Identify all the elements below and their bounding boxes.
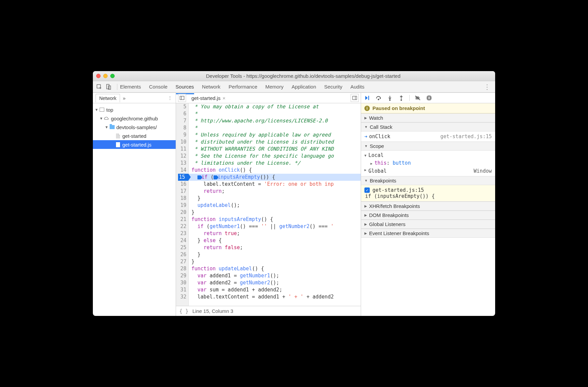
devtools-window: Developer Tools - https://googlechrome.g…	[93, 71, 495, 316]
panel-tab-application[interactable]: Application	[292, 82, 316, 92]
global-listeners-section[interactable]: ▶Global Listeners	[361, 220, 495, 229]
tree-folder[interactable]: ▼ devtools-samples/	[93, 123, 176, 131]
line-gutter[interactable]: 5678910111213141516171819202122232425262…	[176, 103, 189, 306]
event-listener-breakpoints-section[interactable]: ▶Event Listener Breakpoints	[361, 229, 495, 238]
editor-status-bar: { } Line 15, Column 3	[176, 306, 361, 316]
panel-tab-security[interactable]: Security	[324, 82, 342, 92]
titlebar: Developer Tools - https://googlechrome.g…	[93, 71, 495, 81]
debugger-toolbar	[361, 93, 495, 103]
panel-tab-elements[interactable]: Elements	[120, 82, 141, 92]
more-menu-icon[interactable]: ⋮	[482, 83, 492, 91]
svg-rect-7	[368, 96, 369, 100]
tree-file-js[interactable]: get-started.js	[93, 140, 176, 149]
close-window-button[interactable]	[96, 74, 101, 78]
svg-point-8	[378, 99, 379, 100]
tree-top-frame[interactable]: ▼ top	[93, 105, 176, 114]
watch-section[interactable]: ▶Watch	[361, 113, 495, 122]
panel-tab-console[interactable]: Console	[149, 82, 168, 92]
svg-rect-1	[107, 84, 109, 89]
window-title: Developer Tools - https://googlechrome.g…	[115, 73, 492, 79]
editor-tab[interactable]: get-started.js ×	[189, 94, 228, 102]
cloud-icon	[104, 116, 110, 121]
panel-tab-network[interactable]: Network	[202, 82, 221, 92]
scope-section[interactable]: ▼Scope	[361, 142, 495, 151]
info-icon: i	[364, 106, 370, 111]
scope-global[interactable]: ▶GlobalWindow	[361, 167, 495, 175]
paused-banner: i Paused on breakpoint	[361, 103, 495, 113]
dom-breakpoints-section[interactable]: ▶DOM Breakpoints	[361, 211, 495, 220]
js-file-icon	[115, 142, 121, 147]
traffic-lights	[96, 74, 115, 78]
deactivate-breakpoints-icon[interactable]	[414, 95, 421, 101]
file-tree: ▼ top ▼ googlechrome.github ▼ devtools-s…	[93, 103, 176, 151]
navigator-tab-more-icon[interactable]: »	[123, 95, 125, 101]
file-icon	[115, 133, 121, 139]
panel-tab-memory[interactable]: Memory	[266, 82, 284, 92]
code-content[interactable]: * You may obtain a copy of the License a…	[189, 103, 361, 306]
folder-icon	[109, 124, 115, 130]
scope-local[interactable]: ▼Local	[361, 151, 495, 159]
cursor-position: Line 15, Column 3	[192, 308, 233, 314]
pause-on-exceptions-icon[interactable]	[426, 95, 432, 101]
xhr-breakpoints-section[interactable]: ▶XHR/fetch Breakpoints	[361, 202, 495, 211]
breakpoints-section[interactable]: ▼Breakpoints	[361, 176, 495, 185]
navigator-more-icon[interactable]: ⋮	[166, 95, 174, 101]
callstack-frame[interactable]: ➔ onClick get-started.js:15	[361, 132, 495, 141]
callstack-section[interactable]: ▼Call Stack	[361, 122, 495, 131]
panel-tabs: ElementsConsoleSourcesNetworkPerformance…	[120, 82, 482, 92]
step-out-icon[interactable]	[398, 95, 405, 101]
toggle-navigator-icon[interactable]	[178, 94, 186, 102]
resume-icon[interactable]	[364, 95, 370, 101]
navigator-subtabs: Network » ⋮	[93, 93, 176, 103]
svg-rect-15	[429, 97, 429, 99]
inspect-icon[interactable]	[96, 83, 103, 91]
pretty-print-icon[interactable]: { }	[179, 308, 188, 314]
toggle-debugger-icon[interactable]	[351, 94, 359, 102]
breakpoint-item[interactable]: ✓ get-started.js:15 if (inputsAreEmpty()…	[361, 185, 495, 202]
step-over-icon[interactable]	[375, 95, 382, 101]
svg-point-12	[401, 100, 402, 101]
editor-pane: get-started.js × 56789101112131415161718…	[176, 93, 361, 316]
main-toolbar: ElementsConsoleSourcesNetworkPerformance…	[93, 81, 495, 93]
navigator-pane: Network » ⋮ ▼ top ▼ googlechrome.github …	[93, 93, 176, 316]
tree-file-html[interactable]: get-started	[93, 131, 176, 140]
breakpoint-checkbox[interactable]: ✓	[364, 187, 370, 193]
code-editor[interactable]: 5678910111213141516171819202122232425262…	[176, 103, 361, 306]
svg-rect-5	[353, 96, 357, 100]
scope-this[interactable]: ▶ this: button	[361, 159, 495, 167]
navigator-tab-network[interactable]: Network	[96, 94, 120, 102]
svg-point-10	[390, 100, 391, 101]
editor-tabs: get-started.js ×	[176, 93, 361, 103]
step-into-icon[interactable]	[387, 95, 393, 101]
device-toggle-icon[interactable]	[105, 83, 112, 91]
panel-tab-audits[interactable]: Audits	[350, 82, 364, 92]
svg-rect-14	[428, 97, 429, 99]
svg-rect-3	[180, 96, 184, 100]
debugger-pane: i Paused on breakpoint ▶Watch ▼Call Stac…	[361, 93, 495, 316]
panel-tab-performance[interactable]: Performance	[229, 82, 257, 92]
close-tab-icon[interactable]: ×	[223, 95, 226, 101]
minimize-window-button[interactable]	[103, 74, 108, 78]
tree-origin[interactable]: ▼ googlechrome.github	[93, 114, 176, 123]
current-frame-icon: ➔	[364, 133, 369, 140]
zoom-window-button[interactable]	[110, 74, 115, 78]
frame-icon	[99, 107, 105, 112]
